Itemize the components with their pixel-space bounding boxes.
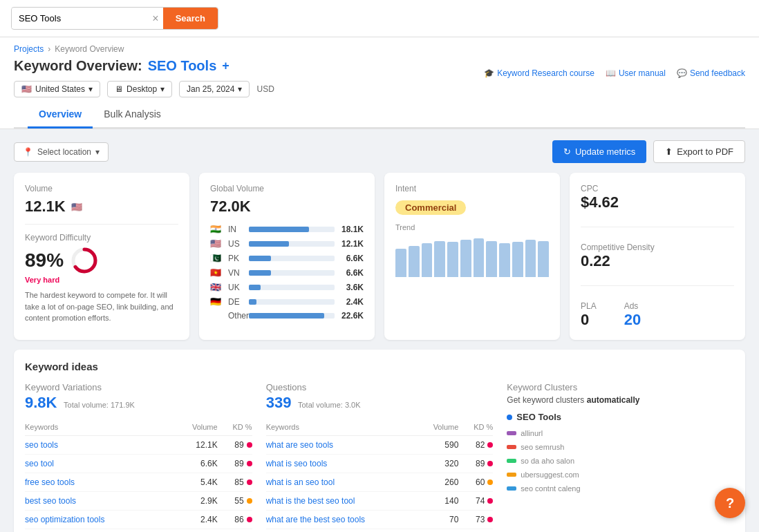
trend-bar (434, 241, 445, 277)
table-row: seo tool 6.6K 89 (25, 455, 252, 473)
orange-dot-icon (247, 498, 252, 504)
export-pdf-button[interactable]: ⬆ Export to PDF (653, 140, 745, 163)
var-table-header: Keywords Volume KD % (25, 419, 252, 436)
trend-section: Trend (395, 223, 549, 277)
tab-bulk-analysis[interactable]: Bulk Analysis (93, 102, 171, 129)
red-dot-icon (247, 442, 252, 448)
keyword-link[interactable]: what is seo tools (266, 459, 418, 468)
keyword-link[interactable]: what are the best seo tools (266, 515, 418, 524)
clusters-auto: Get keyword clusters automatically (507, 395, 734, 405)
cards-row: Volume 12.1K 🇺🇸 Keyword Difficulty 89% V… (14, 173, 745, 340)
cluster-color-bar (507, 459, 516, 463)
kd-desc: The hardest keyword to compete for. It w… (25, 289, 178, 324)
search-input[interactable] (12, 8, 148, 28)
country-volume: 12.1K (339, 239, 364, 249)
export-icon: ⬆ (665, 146, 673, 157)
breadcrumb-projects[interactable]: Projects (14, 44, 44, 54)
tab-overview[interactable]: Overview (28, 102, 93, 129)
keyword-link[interactable]: what are seo tools (266, 440, 418, 450)
country-code: US (228, 239, 245, 249)
flag-icon: 🇬🇧 (210, 282, 224, 292)
pla-value: 0 (581, 311, 597, 329)
keyword-link[interactable]: seo tools (25, 440, 176, 450)
country-volume: 2.4K (339, 297, 364, 307)
keyword-link[interactable]: seo optimization tools (25, 515, 176, 524)
global-volume-value: 72.0K (210, 198, 364, 216)
help-button[interactable]: ? (715, 488, 745, 518)
table-row: what are seo tools 590 82 (266, 436, 494, 455)
keyword-link[interactable]: seo tool (25, 459, 176, 468)
keyword-link[interactable]: what is the best seo tool (266, 496, 418, 506)
bar-fill (249, 313, 324, 319)
global-volume-label: Global Volume (210, 184, 364, 193)
country-row: 🇺🇸 US 12.1K (210, 238, 364, 249)
update-metrics-button[interactable]: ↻ Update metrics (552, 140, 646, 163)
red-dot-icon (247, 517, 252, 522)
keyword-link[interactable]: free seo tools (25, 477, 176, 487)
ads-value: 20 (624, 311, 641, 329)
comp-density-label: Competitive Density (581, 243, 734, 252)
ads-metric: Ads 20 (624, 301, 641, 329)
search-clear-button[interactable]: × (148, 12, 162, 25)
chevron-down-icon: ▾ (88, 84, 93, 94)
volume-cell: 590 (417, 440, 458, 450)
pla-label: PLA (581, 301, 597, 311)
kd-cell: 86 (218, 515, 252, 524)
table-row: best seo tools 2.9K 55 (25, 492, 252, 511)
trend-bar (447, 242, 458, 277)
ads-label: Ads (624, 301, 641, 311)
table-row: what is an seo tool 260 60 (266, 473, 494, 492)
send-feedback-link[interactable]: 💬 Send feedback (677, 68, 745, 78)
var-table-rows: seo tools 12.1K 89 seo tool 6.6K 89 free… (25, 436, 252, 529)
location-pin-icon: 📍 (23, 147, 33, 157)
keyword-link[interactable]: what is an seo tool (266, 477, 418, 487)
country-filter[interactable]: 🇺🇸 United States ▾ (14, 81, 100, 97)
cluster-color-bar (507, 445, 516, 449)
location-label: Select location (37, 147, 91, 157)
bar-wrap (249, 270, 335, 276)
breadcrumb-sep: › (48, 44, 50, 54)
country-volume: 3.6K (339, 283, 364, 292)
ideas-title: Keyword ideas (25, 361, 734, 372)
user-manual-link[interactable]: 📖 User manual (606, 68, 666, 78)
clusters-col: Keyword Clusters Get keyword clusters au… (507, 382, 734, 529)
chevron-down-icon: ▾ (160, 84, 165, 94)
cluster-color-bar (507, 431, 516, 435)
kd-cell: 89 (218, 459, 252, 468)
comp-density-metric: Competitive Density 0.22 (581, 243, 734, 270)
volume-cell: 320 (417, 459, 458, 468)
page-header: Projects › Keyword Overview Keyword Over… (0, 37, 759, 129)
volume-cell: 5.4K (176, 477, 218, 487)
intent-card: Intent Commercial Trend (384, 173, 560, 340)
cpc-metric: CPC $4.62 (581, 184, 734, 211)
variations-col: Keyword Variations 9.8K Total volume: 17… (25, 382, 252, 529)
keyword-course-link[interactable]: 🎓 Keyword Research course (484, 68, 594, 78)
country-code: PK (228, 254, 245, 263)
metrics-card: CPC $4.62 Competitive Density 0.22 PLA 0… (570, 173, 745, 340)
date-filter[interactable]: Jan 25, 2024 ▾ (179, 81, 250, 97)
variations-count[interactable]: 9.8K (25, 394, 57, 411)
cluster-keyword-row: seo semrush (507, 440, 734, 454)
search-button[interactable]: Search (163, 8, 218, 29)
keyword-link[interactable]: best seo tools (25, 496, 176, 506)
device-filter[interactable]: 🖥 Desktop ▾ (107, 81, 172, 97)
location-select[interactable]: 📍 Select location ▾ (14, 142, 109, 162)
trend-bar (512, 242, 523, 277)
header-actions: 🎓 Keyword Research course 📖 User manual … (484, 68, 745, 78)
bar-fill (249, 227, 309, 232)
bar-wrap (249, 299, 335, 305)
kd-level: Very hard (25, 276, 178, 284)
bar-fill (249, 285, 261, 290)
table-row: what is seo tools 320 89 (266, 455, 494, 473)
bar-fill (249, 270, 271, 276)
kd-value: 89% (25, 247, 178, 274)
trend-bar (460, 240, 471, 277)
flag-icon: 🇵🇰 (210, 253, 224, 263)
q-table-header: Keywords Volume KD % (266, 419, 494, 436)
cluster-color-bar (507, 473, 516, 477)
volume-label: Volume (25, 184, 178, 193)
questions-count[interactable]: 339 (266, 394, 292, 411)
cluster-keyword-text: ubersuggest.com (521, 471, 590, 479)
country-label: United States (35, 84, 85, 94)
add-keyword-icon[interactable]: + (222, 59, 229, 73)
